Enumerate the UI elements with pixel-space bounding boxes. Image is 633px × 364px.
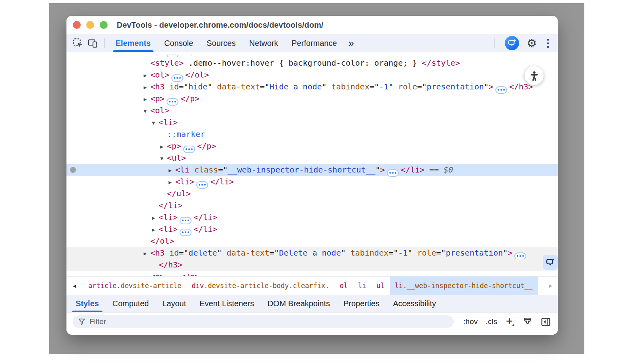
dom-node-row[interactable]: ▶<li></li> bbox=[66, 223, 558, 235]
syntax-token: == bbox=[425, 165, 443, 174]
dom-node-row[interactable]: ▶<li></li> bbox=[66, 211, 558, 223]
syntax-token: " bbox=[484, 82, 489, 91]
syntax-token: <ul> bbox=[167, 153, 186, 163]
syntax-token: </p> bbox=[180, 272, 199, 276]
expand-arrow-icon[interactable]: ▶ bbox=[144, 248, 150, 260]
syntax-token: id bbox=[165, 82, 179, 91]
close-window-button[interactable] bbox=[73, 21, 81, 29]
breadcrumb-ol[interactable]: ol bbox=[334, 277, 353, 295]
expand-arrow-icon[interactable]: ▶ bbox=[152, 224, 159, 236]
expand-arrow-icon[interactable]: ▶ bbox=[160, 141, 167, 153]
dom-node-row[interactable]: ▶<h3 id="hide" data-text="Hide a node" t… bbox=[66, 81, 558, 93]
expand-arrow-icon[interactable]: ▶ bbox=[152, 212, 159, 224]
expand-arrow-icon[interactable]: ▶ bbox=[144, 70, 150, 82]
syntax-token: <p> bbox=[150, 272, 165, 276]
syntax-token: __web-inspector-hide-shortcut__ bbox=[227, 165, 375, 174]
toggle-element-state-button[interactable]: :hov bbox=[463, 317, 478, 326]
syntax-token: </ol> bbox=[185, 70, 209, 80]
syntax-token: <li> bbox=[159, 118, 178, 127]
dom-node-row[interactable]: <style> .demo--hover:hover { background-… bbox=[66, 57, 558, 69]
breadcrumb-scroll-left-button[interactable]: ◀ bbox=[66, 277, 83, 295]
breadcrumb-classes: .devsite-article bbox=[117, 282, 182, 290]
window-title: DevTools - developer.chrome.com/docs/dev… bbox=[117, 21, 324, 30]
sidebar-tab-computed[interactable]: Computed bbox=[106, 295, 155, 312]
dom-node-row[interactable]: ▼<li> bbox=[66, 116, 558, 128]
expand-arrow-icon[interactable]: ▶ bbox=[144, 93, 150, 105]
expand-arrow-icon[interactable]: ▶ bbox=[169, 165, 175, 176]
dom-node-row[interactable]: ▶<h3 id="delete" data-text="Delete a nod… bbox=[66, 247, 558, 259]
syntax-token: </li> bbox=[193, 224, 217, 234]
customize-devtools-button[interactable]: ⋮ bbox=[544, 36, 553, 51]
tab-console[interactable]: Console bbox=[157, 34, 200, 52]
dom-node-row[interactable]: ▼<ol> bbox=[66, 104, 558, 116]
expand-arrow-icon[interactable]: ▶ bbox=[169, 176, 175, 188]
dom-breadcrumbs: ◀ article.devsite-articlediv.devsite-art… bbox=[66, 276, 558, 295]
sidebar-tab-event-listeners[interactable]: Event Listeners bbox=[193, 295, 261, 312]
breadcrumb-div[interactable]: div.devsite-article-body.clearfix. bbox=[186, 277, 334, 295]
collapse-arrow-icon[interactable]: ▼ bbox=[160, 153, 167, 165]
syntax-token: </p> bbox=[180, 55, 199, 56]
more-panels-button[interactable]: » bbox=[344, 34, 358, 52]
breadcrumb-scroll-right-button[interactable]: ▶ bbox=[544, 277, 558, 295]
sidebar-tab-layout[interactable]: Layout bbox=[155, 295, 193, 312]
breadcrumb-li[interactable]: li bbox=[353, 277, 371, 295]
dom-node-row[interactable]: ▶<li></li> bbox=[66, 176, 558, 188]
sidebar-tab-styles[interactable]: Styles bbox=[69, 295, 106, 312]
syntax-token: " bbox=[375, 165, 380, 174]
dom-node-row[interactable]: </ul> bbox=[66, 188, 558, 199]
tab-network[interactable]: Network bbox=[243, 34, 285, 52]
syntax-token: </ul> bbox=[167, 189, 191, 198]
minimize-window-button[interactable] bbox=[86, 21, 94, 29]
sidebar-tab-accessibility[interactable]: Accessibility bbox=[386, 295, 443, 312]
settings-button[interactable]: ⚙ bbox=[525, 36, 538, 51]
maximize-window-button[interactable] bbox=[100, 21, 108, 29]
syntax-token: =" bbox=[436, 248, 446, 258]
tab-performance[interactable]: Performance bbox=[285, 34, 344, 52]
syntax-token: data-text bbox=[222, 248, 269, 258]
dom-node-row[interactable]: </h3> bbox=[66, 259, 558, 271]
dom-node-row[interactable]: ▶<ol></ol> bbox=[66, 69, 558, 81]
tab-sources[interactable]: Sources bbox=[200, 34, 242, 52]
accessibility-overlay-button[interactable] bbox=[525, 66, 544, 85]
syntax-token: " bbox=[217, 248, 222, 258]
syntax-token: " bbox=[407, 248, 412, 258]
dom-node-row[interactable]: ▼<ul> bbox=[66, 152, 558, 164]
collapse-arrow-icon[interactable]: ▼ bbox=[152, 117, 159, 129]
dom-node-row[interactable]: </ol> bbox=[66, 235, 558, 247]
breadcrumb-ul[interactable]: ul bbox=[371, 277, 389, 295]
syntax-token: " bbox=[341, 248, 346, 258]
title-bar: DevTools - developer.chrome.com/docs/dev… bbox=[66, 16, 558, 34]
syntax-token: </li> bbox=[159, 201, 182, 210]
toggle-sidebar-button[interactable] bbox=[541, 317, 551, 327]
syntax-token: </p> bbox=[180, 94, 199, 103]
syntax-token: <style> bbox=[150, 58, 184, 68]
breadcrumb-li-selected[interactable]: li.__web-inspector-hide-shortcut__ bbox=[390, 277, 538, 295]
dom-node-row[interactable]: ▶<p></p> bbox=[66, 140, 558, 152]
rendering-brush-button[interactable] bbox=[523, 317, 533, 327]
dom-node-row[interactable]: ▶<p></p> bbox=[66, 271, 558, 276]
syntax-token: <p> bbox=[150, 94, 165, 103]
sidebar-tab-dom-breakpoints[interactable]: DOM Breakpoints bbox=[261, 295, 337, 312]
device-toolbar-button[interactable] bbox=[85, 36, 100, 51]
tab-elements[interactable]: Elements bbox=[109, 34, 157, 52]
dom-node-row[interactable]: ▶<p></p> bbox=[66, 93, 558, 104]
expand-arrow-icon[interactable]: ▶ bbox=[144, 82, 150, 93]
breadcrumb-article[interactable]: article.devsite-article bbox=[83, 277, 186, 295]
dom-tree[interactable]: ▶<p></p><style> .demo--hover:hover { bac… bbox=[66, 52, 558, 276]
syntax-token: .demo--hover:hover { background-color: o… bbox=[184, 58, 422, 68]
ask-ai-floating-button[interactable] bbox=[543, 255, 558, 270]
element-classes-button[interactable]: .cls bbox=[486, 317, 497, 326]
styles-filter-input[interactable]: Filter bbox=[73, 315, 454, 328]
ai-assistance-button[interactable] bbox=[505, 36, 519, 50]
ellipsis-expander[interactable] bbox=[167, 276, 178, 277]
dom-node-row[interactable]: </li> bbox=[66, 199, 558, 211]
dom-node-row[interactable]: ::marker bbox=[66, 128, 558, 140]
expand-arrow-icon[interactable]: ▶ bbox=[144, 271, 150, 276]
inspect-element-button[interactable] bbox=[70, 36, 85, 51]
syntax-token: <p> bbox=[150, 55, 165, 56]
dom-node-row-selected[interactable]: ▶<li class="__web-inspector-hide-shortcu… bbox=[66, 164, 558, 176]
syntax-token: Hide a node bbox=[269, 82, 322, 91]
new-style-rule-button[interactable] bbox=[505, 317, 515, 327]
sidebar-tab-properties[interactable]: Properties bbox=[337, 295, 386, 312]
collapse-arrow-icon[interactable]: ▼ bbox=[144, 105, 150, 117]
